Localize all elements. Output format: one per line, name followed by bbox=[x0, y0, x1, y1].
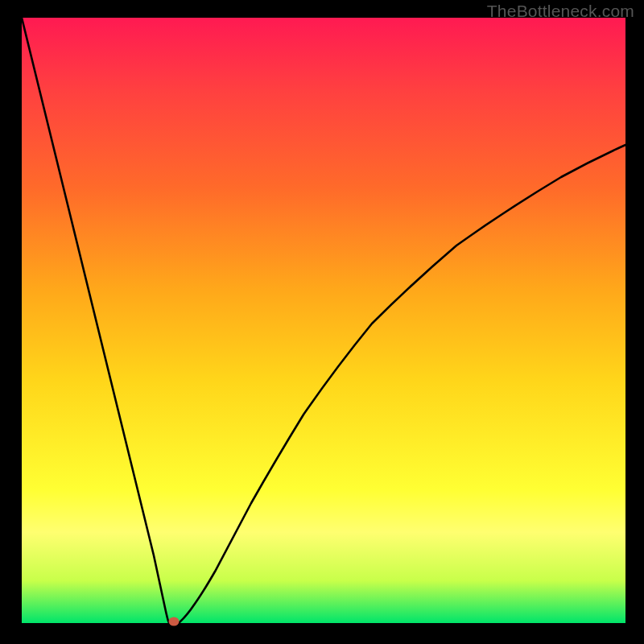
chart-frame: TheBottleneck.com bbox=[0, 0, 644, 644]
bottleneck-marker bbox=[169, 617, 180, 626]
watermark-text: TheBottleneck.com bbox=[487, 2, 634, 21]
curve-left-branch bbox=[22, 18, 169, 622]
curve-right-branch bbox=[179, 145, 625, 623]
plot-area bbox=[22, 18, 625, 623]
bottleneck-curve bbox=[22, 18, 625, 623]
